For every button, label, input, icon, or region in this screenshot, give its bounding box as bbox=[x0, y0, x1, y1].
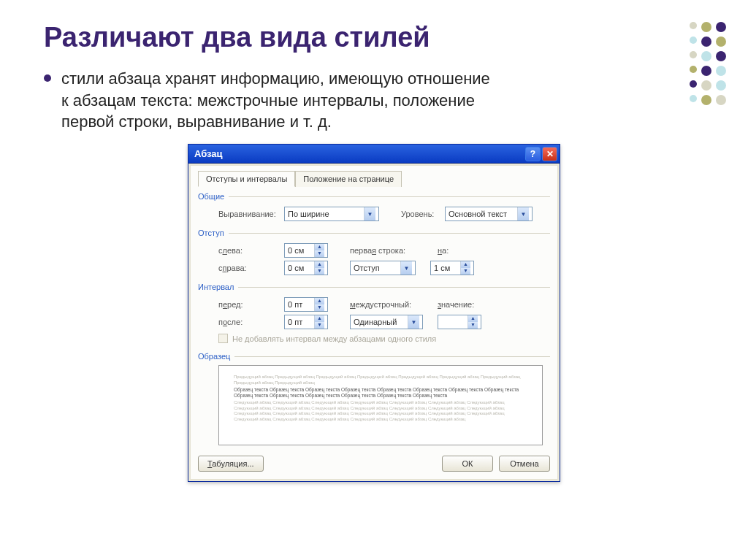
no-space-label: Не добавлять интервал между абзацами одн… bbox=[232, 334, 436, 343]
paragraph-dialog: Абзац ? ✕ Отступы и интервалы Положение … bbox=[188, 144, 560, 482]
chevron-down-icon: ▼ bbox=[400, 261, 412, 275]
cancel-button[interactable]: Отмена bbox=[499, 456, 550, 472]
decorative-dots bbox=[690, 22, 726, 110]
label-first-line: первая строка: bbox=[350, 246, 423, 255]
line-spacing-select[interactable]: Одинарный ▼ bbox=[350, 315, 423, 329]
line-spacing-value: Одинарный bbox=[354, 318, 397, 326]
alignment-value: По ширине bbox=[288, 210, 329, 218]
space-before-stepper[interactable]: 0 пт ▲▼ bbox=[284, 297, 328, 312]
first-line-by-stepper[interactable]: 1 см ▲▼ bbox=[430, 261, 474, 275]
outline-level-select[interactable]: Основной текст ▼ bbox=[445, 207, 533, 221]
help-button[interactable]: ? bbox=[525, 147, 541, 161]
chevron-up-icon: ▲ bbox=[315, 298, 324, 304]
indent-right-stepper[interactable]: 0 см ▲▼ bbox=[284, 261, 328, 275]
chevron-up-icon: ▲ bbox=[315, 261, 324, 268]
chevron-down-icon: ▼ bbox=[364, 207, 375, 220]
ok-button[interactable]: ОК bbox=[442, 456, 493, 472]
first-line-value: Отступ bbox=[354, 264, 380, 272]
alignment-select[interactable]: По ширине ▼ bbox=[284, 207, 379, 221]
bullet-icon bbox=[44, 74, 51, 82]
chevron-down-icon: ▼ bbox=[517, 207, 529, 220]
tab-label: Положение на странице bbox=[303, 174, 394, 183]
chevron-up-icon: ▲ bbox=[315, 315, 324, 322]
indent-right-value: 0 см bbox=[288, 264, 304, 272]
indent-left-stepper[interactable]: 0 см ▲▼ bbox=[284, 243, 328, 258]
tab-label: Отступы и интервалы bbox=[206, 174, 287, 183]
chevron-down-icon: ▼ bbox=[315, 304, 324, 311]
group-indent: Отступ слева: 0 см ▲▼ первая строка: на: bbox=[198, 229, 550, 277]
tab-indents[interactable]: Отступы и интервалы bbox=[198, 171, 295, 187]
legend-spacing: Интервал bbox=[198, 283, 234, 291]
chevron-up-icon: ▲ bbox=[461, 261, 470, 268]
tabs-button[interactable]: Табуляция... bbox=[198, 456, 264, 472]
preview-box: Предыдущий абзац Предыдущий абзац Предыд… bbox=[218, 365, 543, 445]
label-by: на: bbox=[438, 246, 459, 255]
preview-next-text: Следующий абзац Следующий абзац Следующи… bbox=[234, 400, 505, 421]
chevron-up-icon: ▲ bbox=[468, 315, 478, 322]
chevron-down-icon: ▼ bbox=[315, 322, 324, 329]
group-preview: Образец Предыдущий абзац Предыдущий абза… bbox=[198, 352, 550, 448]
group-spacing: Интервал перед: 0 пт ▲▼ междустрочный: з… bbox=[198, 283, 550, 346]
space-after-value: 0 пт bbox=[288, 318, 302, 326]
label-space-before: перед: bbox=[218, 300, 284, 309]
space-after-stepper[interactable]: 0 пт ▲▼ bbox=[284, 315, 328, 329]
label-level: Уровень: bbox=[401, 210, 445, 218]
tabs-button-label: Табуляция... bbox=[207, 459, 254, 468]
chevron-down-icon: ▼ bbox=[408, 315, 419, 329]
chevron-down-icon: ▼ bbox=[315, 250, 324, 257]
label-indent-left: слева: bbox=[218, 246, 284, 255]
line-spacing-at-stepper[interactable]: ▲▼ bbox=[438, 315, 481, 329]
label-indent-right: справа: bbox=[218, 264, 284, 272]
indent-left-value: 0 см bbox=[288, 246, 304, 255]
label-alignment: Выравнивание: bbox=[218, 210, 284, 218]
level-value: Основной текст bbox=[449, 210, 507, 218]
dialog-title: Абзац bbox=[194, 148, 223, 159]
chevron-down-icon: ▼ bbox=[315, 268, 324, 275]
preview-prev-text: Предыдущий абзац Предыдущий абзац Предыд… bbox=[234, 375, 521, 385]
label-at: значение: bbox=[438, 300, 481, 309]
slide-title: Различают два вида стилей bbox=[44, 22, 704, 53]
preview-sample-text: Образец текста Образец текста Образец те… bbox=[234, 387, 527, 399]
dialog-button-row: Табуляция... ОК Отмена bbox=[198, 456, 550, 472]
chevron-down-icon: ▼ bbox=[468, 322, 478, 329]
dialog-titlebar[interactable]: Абзац ? ✕ bbox=[188, 145, 560, 164]
cancel-button-label: Отмена bbox=[510, 459, 538, 468]
space-before-value: 0 пт bbox=[288, 300, 302, 309]
legend-indent: Отступ bbox=[198, 229, 224, 237]
dialog-tabs: Отступы и интервалы Положение на страниц… bbox=[198, 170, 550, 186]
legend-preview: Образец bbox=[198, 352, 230, 361]
bullet-item: стили абзаца хранят информацию, имеющую … bbox=[44, 68, 704, 133]
group-general: Общие Выравнивание: По ширине ▼ Уровень:… bbox=[198, 192, 550, 223]
first-line-by-value: 1 см bbox=[434, 264, 450, 272]
chevron-up-icon: ▲ bbox=[315, 244, 324, 250]
label-space-after: после: bbox=[218, 318, 284, 326]
no-space-checkbox[interactable] bbox=[218, 334, 228, 343]
label-line-spacing: междустрочный: bbox=[350, 300, 423, 309]
first-line-select[interactable]: Отступ ▼ bbox=[350, 261, 416, 275]
chevron-down-icon: ▼ bbox=[461, 268, 470, 275]
ok-button-label: ОК bbox=[462, 459, 473, 468]
tab-pagination[interactable]: Положение на странице bbox=[295, 171, 402, 187]
close-button[interactable]: ✕ bbox=[542, 147, 557, 161]
legend-general: Общие bbox=[198, 192, 224, 201]
bullet-text: стили абзаца хранят информацию, имеющую … bbox=[61, 68, 500, 133]
